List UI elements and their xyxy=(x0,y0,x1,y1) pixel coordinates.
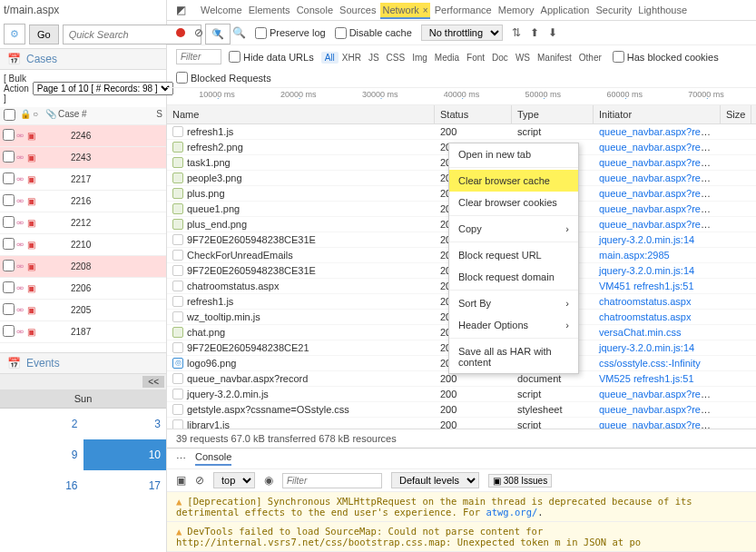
ctx-save-all-as-har-with-content[interactable]: Save all as HAR with content xyxy=(449,340,578,373)
wifi-icon[interactable]: ⇅ xyxy=(512,26,521,39)
select-all-checkbox[interactable] xyxy=(4,109,15,121)
case-row[interactable]: ⚮▣ 2217 xyxy=(0,169,166,191)
eye-icon[interactable]: ◉ xyxy=(264,474,273,487)
initiator-link[interactable]: queue_navbar.aspx?recordtypeid=1&... xyxy=(599,219,721,230)
issues-button[interactable]: ▣ 308 Issues xyxy=(488,474,552,488)
tab-performance[interactable]: Performance xyxy=(433,3,494,17)
cal-day[interactable]: 16 xyxy=(0,470,83,501)
preserve-log[interactable]: Preserve log xyxy=(255,27,326,39)
col-type[interactable]: Type xyxy=(512,105,594,123)
case-row[interactable]: ⚮▣ 2208 xyxy=(0,256,166,278)
ctx-clear-browser-cache[interactable]: Clear browser cache xyxy=(449,170,578,192)
tab-welcome[interactable]: Welcome xyxy=(199,3,244,17)
ctx-copy[interactable]: Copy› xyxy=(449,218,578,240)
upload-icon[interactable]: ⬆ xyxy=(530,26,539,39)
console-tab[interactable]: Console xyxy=(195,451,231,466)
blocked-cookies[interactable]: Has blocked cookies xyxy=(613,51,719,63)
console-clear-icon[interactable]: ⊘ xyxy=(195,474,204,487)
initiator-link[interactable]: queue_navbar.aspx?recordtypeid=1&... xyxy=(599,419,721,429)
download-icon[interactable]: ⬇ xyxy=(548,26,557,39)
console-sidebar-icon[interactable]: ▣ xyxy=(176,474,186,487)
cal-day[interactable]: 9 xyxy=(0,439,83,470)
disable-cache[interactable]: Disable cache xyxy=(335,27,412,39)
events-collapse[interactable]: << xyxy=(142,376,164,388)
hide-data-urls[interactable]: Hide data URLs xyxy=(229,51,314,63)
col-name[interactable]: Name xyxy=(167,105,435,123)
tab-lighthouse[interactable]: Lighthouse xyxy=(636,3,689,17)
tab-memory[interactable]: Memory xyxy=(496,3,536,17)
tab-elements[interactable]: Elements xyxy=(247,3,292,17)
network-row[interactable]: refresh1.js 200 script queue_navbar.aspx… xyxy=(167,124,756,140)
tab-network[interactable]: Network× xyxy=(380,3,429,19)
record-icon[interactable] xyxy=(176,28,185,37)
console-filter-input[interactable] xyxy=(282,473,382,488)
chip-js[interactable]: JS xyxy=(365,52,383,64)
console-link[interactable]: atwg.org/ xyxy=(486,507,537,518)
go-button[interactable]: Go xyxy=(29,25,59,44)
col-initiator[interactable]: Initiator xyxy=(594,105,721,123)
initiator-link[interactable]: queue_navbar.aspx?recordtypeid=1&... xyxy=(599,389,721,399)
chip-other[interactable]: Other xyxy=(575,52,605,64)
ctx-sort-by[interactable]: Sort By› xyxy=(449,292,578,314)
filter-icon[interactable]: ▼ xyxy=(212,26,223,39)
chip-ws[interactable]: WS xyxy=(512,52,534,64)
case-checkbox[interactable] xyxy=(3,194,15,206)
initiator-link[interactable]: jquery-3.2.0.min.js:14 xyxy=(599,265,694,276)
blocked-requests[interactable]: Blocked Requests xyxy=(176,72,271,84)
col-status[interactable]: Status xyxy=(435,105,512,123)
tab-security[interactable]: Security xyxy=(594,3,633,17)
case-checkbox[interactable] xyxy=(3,172,15,184)
ctx-block-request-url[interactable]: Block request URL xyxy=(449,244,578,266)
ctx-block-request-domain[interactable]: Block request domain xyxy=(449,266,578,288)
case-row[interactable]: ⚮▣ 2216 xyxy=(0,191,166,212)
chip-all[interactable]: All xyxy=(321,52,339,64)
network-row[interactable]: getstyle.aspx?cssname=OSstyle.css 200 st… xyxy=(167,402,756,418)
case-checkbox[interactable] xyxy=(3,238,15,250)
chip-css[interactable]: CSS xyxy=(383,52,409,64)
cal-day[interactable]: 17 xyxy=(83,470,167,501)
context-select[interactable]: top xyxy=(213,472,255,488)
initiator-link[interactable]: queue_navbar.aspx?recordtypeid=1&... xyxy=(599,126,721,137)
filter-input[interactable] xyxy=(176,49,221,64)
tab-console[interactable]: Console xyxy=(295,3,335,17)
initiator-link[interactable]: queue_navbar.aspx?recordtypeid=1&... xyxy=(599,172,721,183)
gear-icon[interactable]: ⚙ xyxy=(4,24,25,44)
timeline[interactable]: 10000 ms20000 ms30000 ms40000 ms50000 ms… xyxy=(167,88,756,105)
case-row[interactable]: ⚮▣ 2210 xyxy=(0,234,166,256)
case-row[interactable]: ⚮▣ 2205 xyxy=(0,300,166,321)
initiator-link[interactable]: main.aspx:2985 xyxy=(599,250,670,261)
chip-xhr[interactable]: XHR xyxy=(339,52,365,64)
initiator-link[interactable]: queue_navbar.aspx?recordtypeid=1&... xyxy=(599,188,721,199)
chip-doc[interactable]: Doc xyxy=(488,52,512,64)
case-checkbox[interactable] xyxy=(3,260,15,271)
ctx-header-options[interactable]: Header Options› xyxy=(449,314,578,336)
initiator-link[interactable]: jquery-3.2.0.min.js:14 xyxy=(599,234,694,245)
network-row[interactable]: library1.js 200 script queue_navbar.aspx… xyxy=(167,418,756,429)
col-case[interactable]: Case # xyxy=(54,107,91,124)
case-row[interactable]: ⚮▣ 2206 xyxy=(0,278,166,300)
initiator-link[interactable]: versaChat.min.css xyxy=(599,327,681,338)
case-checkbox[interactable] xyxy=(3,151,15,163)
throttling-select[interactable]: No throttling xyxy=(421,25,503,41)
col-size[interactable]: Size xyxy=(721,105,751,123)
case-checkbox[interactable] xyxy=(3,325,15,337)
console-menu-icon[interactable]: ⋯ xyxy=(176,453,186,465)
case-checkbox[interactable] xyxy=(3,303,15,315)
search-icon[interactable]: 🔍 xyxy=(232,26,246,39)
chip-font[interactable]: Font xyxy=(463,52,488,64)
close-icon[interactable]: × xyxy=(423,5,428,15)
case-checkbox[interactable] xyxy=(3,129,15,141)
tab-sources[interactable]: Sources xyxy=(338,3,378,17)
initiator-link[interactable]: queue_navbar.aspx?recordtypeid=1&... xyxy=(599,203,721,214)
initiator-link[interactable]: css/osstyle.css:-Infinity xyxy=(599,358,701,369)
initiator-link[interactable]: VM525 refresh1.js:51 xyxy=(599,373,694,384)
ctx-open-in-new-tab[interactable]: Open in new tab xyxy=(449,143,578,165)
cal-day[interactable]: 3 xyxy=(83,409,167,439)
initiator-link[interactable]: chatroomstatus.aspx xyxy=(599,296,692,307)
levels-select[interactable]: Default levels xyxy=(391,472,479,488)
network-row[interactable]: jquery-3.2.0.min.js 200 script queue_nav… xyxy=(167,387,756,402)
chip-img[interactable]: Img xyxy=(408,52,431,64)
inspect-icon[interactable]: ◩ xyxy=(176,4,186,16)
case-checkbox[interactable] xyxy=(3,216,15,228)
initiator-link[interactable]: queue_navbar.aspx?recordtypeid=1&... xyxy=(599,404,721,415)
